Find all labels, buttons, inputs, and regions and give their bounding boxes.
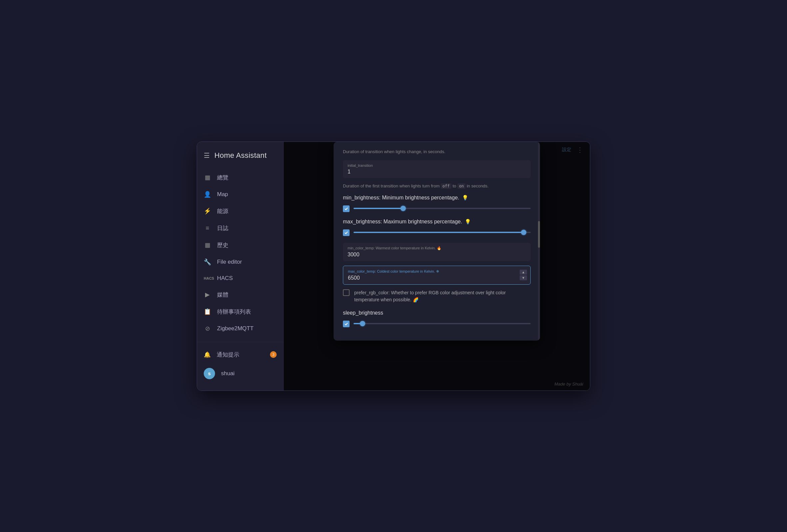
max-brightness-checkbox[interactable] [343, 229, 349, 236]
max-color-temp-label: max_color_temp: Coldest color temperatur… [348, 269, 526, 274]
initial-transition-input-group: initial_transition 1 [343, 160, 531, 178]
bell-icon: 🔔 [204, 351, 211, 358]
code-on: on [458, 184, 465, 189]
initial-transition-value[interactable]: 1 [347, 169, 526, 175]
prefer-rgb-checkbox[interactable] [343, 289, 349, 296]
fire-icon: 🔥 [437, 246, 442, 250]
hacs-icon: HACS [204, 276, 211, 280]
snowflake-icon: ❄ [436, 269, 439, 273]
sidebar-item-label: 能源 [217, 207, 228, 215]
sidebar-item-user[interactable]: s shuai [197, 363, 283, 384]
menu-icon[interactable]: ☰ [204, 151, 210, 159]
sidebar-item-file-editor[interactable]: 🔧 File editor [197, 254, 283, 270]
chart-icon: ▦ [204, 241, 211, 249]
sidebar-item-media[interactable]: ▶ 媒體 [197, 286, 283, 303]
sidebar-item-history[interactable]: ▦ 歷史 [197, 237, 283, 254]
code-off: off [441, 184, 451, 189]
max-brightness-slider-row [343, 229, 531, 236]
sidebar-item-label: 媒體 [217, 291, 228, 299]
transition-desc: Duration of transition when lights chang… [343, 148, 531, 155]
wrench-icon: 🔧 [204, 258, 211, 266]
play-icon: ▶ [204, 291, 211, 298]
spinner-controls: ▲ ▼ [520, 270, 527, 280]
prefer-rgb-row: prefer_rgb_color: Whether to prefer RGB … [343, 289, 531, 303]
min-brightness-title: min_brightness: Minimum brightness perce… [343, 195, 531, 201]
dialog-content[interactable]: Duration of transition when lights chang… [334, 142, 540, 341]
max-color-temp-value[interactable]: 6500 [348, 275, 526, 281]
sidebar-item-label: File editor [217, 259, 242, 265]
min-color-temp-value[interactable]: 3000 [347, 252, 526, 258]
sidebar-item-notifications[interactable]: 🔔 通知提示 3 [197, 346, 283, 363]
sidebar-item-label: Zigbee2MQTT [217, 325, 254, 332]
sidebar: ☰ Home Assistant ▦ 總覽 👤 Map ⚡ 能源 ≡ 日誌 ▦ [197, 142, 284, 390]
sidebar-footer: 🔔 通知提示 3 s shuai [197, 342, 283, 390]
zigbee-icon: ⊘ [204, 325, 211, 332]
initial-transition-label: initial_transition [347, 164, 526, 168]
min-brightness-slider[interactable] [354, 208, 531, 210]
min-brightness-checkbox[interactable] [343, 206, 349, 212]
sidebar-item-energy[interactable]: ⚡ 能源 [197, 203, 283, 220]
dialog-overlay: Duration of transition when lights chang… [284, 142, 590, 390]
min-brightness-slider-row [343, 206, 531, 212]
sidebar-item-logs[interactable]: ≡ 日誌 [197, 220, 283, 237]
initial-transition-desc: Duration of the first transition when li… [343, 183, 531, 189]
bulb-icon-min: 💡 [462, 195, 468, 201]
spinner-up-button[interactable]: ▲ [520, 270, 527, 275]
settings-dialog: Duration of transition when lights chang… [334, 142, 540, 341]
sidebar-item-overview[interactable]: ▦ 總覽 [197, 169, 283, 186]
sidebar-item-hacs[interactable]: HACS HACS [197, 270, 283, 286]
app-title: Home Assistant [214, 151, 267, 160]
sidebar-item-label: 總覽 [217, 174, 228, 182]
sidebar-item-label: 待辦事項列表 [217, 308, 251, 316]
min-color-temp-label: min_color_temp: Warmest color temperatur… [347, 246, 526, 250]
username-label: shuai [221, 370, 235, 377]
max-color-temp-input-group: max_color_temp: Coldest color temperatur… [343, 266, 531, 285]
sidebar-nav: ▦ 總覽 👤 Map ⚡ 能源 ≡ 日誌 ▦ 歷史 🔧 File editor [197, 167, 283, 342]
sleep-brightness-slider-row [343, 321, 531, 327]
scrollbar-thumb [538, 221, 540, 248]
prefer-rgb-label: prefer_rgb_color: Whether to prefer RGB … [354, 289, 531, 303]
person-icon: 👤 [204, 191, 211, 198]
list-icon: ≡ [204, 225, 211, 232]
todo-icon: 📋 [204, 308, 211, 315]
spinner-down-button[interactable]: ▼ [520, 275, 527, 280]
dialog-scrollbar[interactable] [538, 142, 540, 341]
sidebar-item-label: 日誌 [217, 225, 228, 232]
sleep-brightness-title: sleep_brightness [343, 310, 531, 316]
min-color-temp-input-group: min_color_temp: Warmest color temperatur… [343, 243, 531, 261]
sleep-brightness-checkbox[interactable] [343, 321, 349, 327]
notification-label: 通知提示 [217, 351, 239, 359]
sidebar-header: ☰ Home Assistant [197, 142, 283, 167]
max-brightness-title: max_brightness: Maximum brightness perce… [343, 219, 531, 225]
sidebar-item-zigbee2mqtt[interactable]: ⊘ Zigbee2MQTT [197, 320, 283, 337]
sidebar-item-label: Map [217, 191, 228, 198]
sidebar-item-map[interactable]: 👤 Map [197, 186, 283, 203]
notification-badge: 3 [270, 351, 277, 358]
sleep-brightness-slider[interactable] [354, 323, 531, 325]
rainbow-icon: 🌈 [413, 297, 419, 302]
grid-icon: ▦ [204, 174, 211, 181]
sidebar-item-label: 歷史 [217, 241, 228, 249]
avatar: s [204, 368, 215, 379]
sidebar-item-label: HACS [217, 275, 233, 282]
main-content: 台大 技資處 打遊戲 設定 ⋮ Duration of transition w… [284, 142, 590, 390]
lightning-icon: ⚡ [204, 207, 211, 215]
max-brightness-slider[interactable] [354, 232, 531, 234]
bulb-icon-max: 💡 [465, 219, 471, 225]
sidebar-item-todo[interactable]: 📋 待辦事項列表 [197, 303, 283, 320]
